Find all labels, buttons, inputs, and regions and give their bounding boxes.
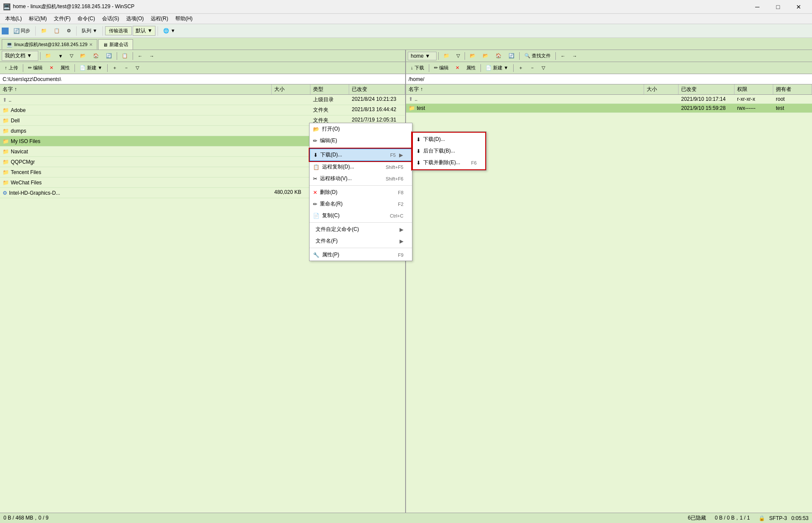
context-menu-copy[interactable]: 📄复制(C) Ctrl+C [310, 210, 412, 221]
left-btn-filter[interactable]: ▽ [67, 51, 76, 61]
context-menu-download[interactable]: ⬇下载(D)... F5 ▶ [310, 149, 412, 161]
context-menu-filename[interactable]: 文件名(F) ▶ [310, 235, 412, 247]
menu-command[interactable]: 命令(C) [74, 14, 99, 23]
file-name-cell: 📁 My ISO Files [0, 136, 272, 146]
transfer-mode-dropdown[interactable]: 默认 ▼ [133, 26, 155, 36]
menu-help[interactable]: 帮助(H) [172, 14, 196, 23]
tab-new-session[interactable]: 🖥 新建会话 [98, 39, 133, 50]
right-props-btn[interactable]: 属性 [463, 63, 479, 73]
toolbar-btn1[interactable]: 📁 [38, 25, 50, 37]
table-row[interactable]: 📁 Adobe 文件夹 2021/8/13 16:44:42 [0, 105, 405, 115]
menu-local[interactable]: 本地(L) [2, 14, 25, 23]
right-col-perm[interactable]: 权限 [735, 84, 773, 94]
left-btn-forward[interactable]: → [146, 51, 157, 61]
left-btn-nav1[interactable]: 📂 [77, 51, 89, 61]
right-expand-btn[interactable]: ＋ [515, 63, 526, 73]
menu-session[interactable]: 会话(S) [99, 14, 123, 23]
download-shortcut: F5 [390, 153, 396, 158]
maximize-button[interactable]: □ [768, 0, 788, 14]
toolbar-btn3[interactable]: ⚙ [64, 25, 74, 37]
sub-menu-bg-download[interactable]: ⬇后台下载(B)... [413, 145, 485, 157]
left-col-modified[interactable]: 已改变 [349, 84, 405, 94]
parent-icon: ⬆ [3, 97, 7, 103]
file-name-cell: 📁 QQPCMgr [0, 157, 272, 167]
toolbar-btn2[interactable]: 📋 [51, 25, 63, 37]
right-btn-folder[interactable]: 📁 [440, 51, 452, 61]
tab-session-1[interactable]: 💻 linux虚拟机/test@192.168.245.129 ✕ [2, 39, 97, 50]
right-col-owner[interactable]: 拥有者 [773, 84, 812, 94]
right-find-btn[interactable]: 🔍 查找文件 [521, 51, 554, 61]
right-btn-nav2[interactable]: 📂 [480, 51, 492, 61]
left-filter-btn2[interactable]: ▽ [133, 63, 142, 73]
left-btn-folder-new[interactable]: 📁 [42, 51, 54, 61]
left-collapse-btn[interactable]: － [121, 63, 132, 73]
right-btn-home[interactable]: 🏠 [493, 51, 505, 61]
left-delete-btn[interactable]: ✕ [46, 63, 56, 73]
menu-remote[interactable]: 远程(R) [147, 14, 172, 23]
left-props-btn[interactable]: 属性 [57, 63, 73, 73]
right-btn-nav1[interactable]: 📂 [467, 51, 479, 61]
menu-options[interactable]: 选项(O) [123, 14, 147, 23]
right-col-size[interactable]: 大小 [644, 84, 679, 94]
left-col-size[interactable]: 大小 [272, 84, 310, 94]
menu-file[interactable]: 文件(F) [50, 14, 74, 23]
right-btn-filter[interactable]: ▽ [453, 51, 463, 61]
right-btn-refresh[interactable]: 🔄 [505, 51, 518, 61]
toolbar-sync[interactable]: 🔄 同步 [10, 25, 33, 37]
sub-menu-download[interactable]: ⬇下载(D)... [413, 134, 485, 145]
left-btn-copy-path[interactable]: 📋 [119, 51, 131, 61]
toolbar-sep-1 [35, 26, 36, 36]
right-btn-forward[interactable]: → [569, 51, 580, 61]
file-name-cell: 📁 Dell [0, 115, 272, 125]
file-size-cell [272, 95, 310, 105]
right-col-modified[interactable]: 已改变 [679, 84, 735, 94]
left-btn-refresh[interactable]: 🔄 [103, 51, 115, 61]
context-menu-delete[interactable]: ✕删除(D) F8 [310, 187, 412, 198]
minimize-button[interactable]: ─ [747, 0, 767, 14]
parent-icon: ⬆ [409, 96, 413, 102]
file-type-cell: 文件夹 [310, 105, 349, 115]
left-panel-toolbar: 我的文档 ▼ 📁 ▼ ▽ 📂 🏠 🔄 📋 ← → [0, 50, 405, 62]
context-menu-custom-cmd[interactable]: 文件自定义命令(C) ▶ [310, 224, 412, 235]
right-nav-dropdown[interactable]: home ▼ [408, 52, 437, 60]
context-menu-remote-copy[interactable]: 📋远程复制(D)... Shift+F5 [310, 161, 412, 173]
upload-button[interactable]: ↑ 上传 [2, 63, 21, 73]
right-btn-back[interactable]: ← [558, 51, 568, 61]
right-new-btn[interactable]: 📄 新建 ▼ [483, 63, 511, 73]
toolbar-web-btn[interactable]: 🌐 ▼ [160, 25, 178, 37]
file-name-cell: 📁 test [406, 104, 644, 112]
open-icon: 📂 [313, 126, 319, 132]
connection-type: SFTP-3 [769, 515, 787, 521]
table-row[interactable]: ⬆ .. 2021/9/10 10:17:14 r-xr-xr-x root [406, 95, 812, 104]
menu-mark[interactable]: 标记(M) [25, 14, 50, 23]
left-btn-nav-down[interactable]: ▼ [55, 51, 66, 61]
context-menu-remote-move[interactable]: ✂远程移动(V)... Shift+F6 [310, 173, 412, 184]
download-button[interactable]: ↓ 下载 [408, 63, 427, 73]
right-delete-btn[interactable]: ✕ [452, 63, 462, 73]
table-row[interactable]: ⬆ .. 上级目录 2021/8/24 10:21:23 [0, 95, 405, 105]
sub-menu-download-delete[interactable]: ⬇下载并删除(E)... F6 [413, 157, 485, 168]
context-menu-properties[interactable]: 🔧属性(P) F9 [310, 249, 412, 261]
context-menu-open[interactable]: 📂打开(O) [310, 123, 412, 135]
left-nav-dropdown[interactable]: 我的文档 ▼ [2, 51, 38, 61]
tab-close-1[interactable]: ✕ [89, 42, 93, 47]
right-edit-btn[interactable]: ✏ 编辑 [431, 63, 452, 73]
left-col-type[interactable]: 类型 [310, 84, 349, 94]
right-col-name[interactable]: 名字 ↑ [406, 84, 644, 94]
left-new-btn[interactable]: 📄 新建 ▼ [77, 63, 105, 73]
left-expand-btn[interactable]: ＋ [109, 63, 120, 73]
queue-button[interactable]: 队列 ▼ [79, 25, 100, 37]
left-edit-btn[interactable]: ✏ 编辑 [25, 63, 46, 73]
right-filter-btn2[interactable]: ▽ [539, 63, 548, 73]
context-menu-rename[interactable]: ✏重命名(R) F2 [310, 198, 412, 210]
table-row[interactable]: 📁 test 2021/9/10 15:59:28 rwx------ test [406, 104, 812, 113]
left-btn-home[interactable]: 🏠 [90, 51, 102, 61]
left-sep1 [40, 52, 40, 60]
left-col-name[interactable]: 名字 ↑ [0, 84, 272, 94]
folder-icon: 📁 [3, 128, 9, 134]
delete-icon: ✕ [313, 190, 317, 196]
context-menu-edit[interactable]: ✏编辑(E) [310, 135, 412, 146]
right-collapse-btn[interactable]: － [527, 63, 538, 73]
close-button[interactable]: ✕ [789, 0, 809, 14]
left-btn-back[interactable]: ← [135, 51, 146, 61]
